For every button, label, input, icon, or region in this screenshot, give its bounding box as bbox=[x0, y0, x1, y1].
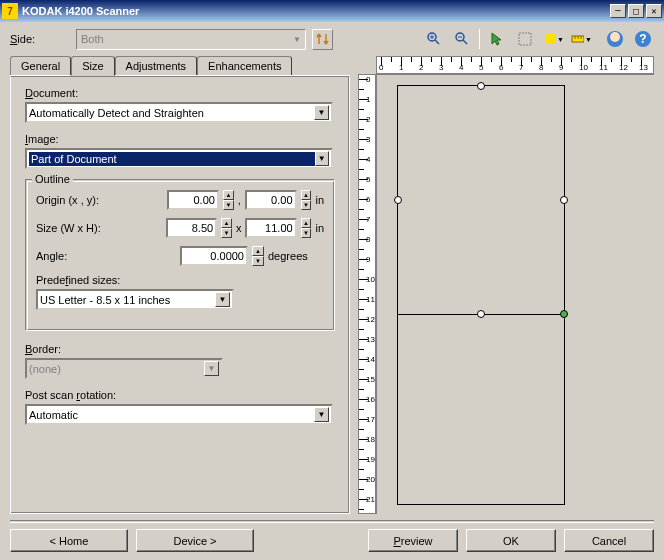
size-w-input[interactable] bbox=[166, 218, 217, 238]
size-unit: in bbox=[315, 222, 324, 234]
image-value: Part of Document bbox=[29, 152, 315, 166]
swap-icon bbox=[316, 32, 330, 46]
svg-rect-8 bbox=[545, 34, 555, 44]
help-head-icon[interactable] bbox=[604, 28, 626, 50]
select-icon[interactable] bbox=[514, 28, 536, 50]
tab-size[interactable]: Size bbox=[71, 56, 114, 76]
chevron-down-icon: ▼ bbox=[314, 407, 329, 422]
border-value: (none) bbox=[29, 363, 61, 375]
side-label: Side: bbox=[10, 33, 70, 45]
predef-value: US Letter - 8.5 x 11 inches bbox=[40, 294, 170, 306]
zoom-out-icon[interactable] bbox=[451, 28, 473, 50]
side-value: Both bbox=[81, 33, 104, 45]
border-label: Border: bbox=[25, 343, 335, 355]
document-label: Document: bbox=[25, 87, 335, 99]
svg-line-1 bbox=[435, 40, 439, 44]
origin-label: Origin (x , y): bbox=[36, 194, 163, 206]
side-swap-button[interactable] bbox=[312, 29, 333, 50]
outline-legend: Outline bbox=[32, 173, 73, 185]
origin-y-input[interactable] bbox=[245, 190, 297, 210]
comma: , bbox=[238, 194, 241, 206]
tab-adjustments[interactable]: Adjustments bbox=[115, 56, 198, 75]
window-title: KODAK i4200 Scanner bbox=[22, 5, 610, 17]
handle-corner[interactable] bbox=[560, 310, 568, 318]
separator bbox=[479, 29, 480, 49]
ok-button[interactable]: OK bbox=[466, 529, 556, 552]
angle-spinner[interactable]: ▲▼ bbox=[252, 246, 264, 266]
size-h-input[interactable] bbox=[245, 218, 296, 238]
svg-text:?: ? bbox=[639, 32, 646, 46]
angle-label: Angle: bbox=[36, 250, 176, 262]
origin-y-spinner[interactable]: ▲▼ bbox=[301, 190, 312, 210]
part-document-rect[interactable] bbox=[397, 85, 565, 315]
origin-unit: in bbox=[315, 194, 324, 206]
handle-bottom[interactable] bbox=[477, 310, 485, 318]
tab-general[interactable]: General bbox=[10, 56, 71, 75]
preview-canvas[interactable] bbox=[376, 74, 654, 514]
ruler-icon[interactable]: ▼ bbox=[570, 28, 592, 50]
ruler-vertical: 012345678910111213141516171819202122 bbox=[358, 74, 376, 514]
outline-group: Outline Origin (x , y): ▲▼ , ▲▼ in Size … bbox=[25, 179, 335, 331]
rotation-select[interactable]: Automatic ▼ bbox=[25, 404, 333, 425]
handle-top[interactable] bbox=[477, 82, 485, 90]
svg-line-5 bbox=[463, 40, 467, 44]
document-select[interactable]: Automatically Detect and Straighten ▼ bbox=[25, 102, 333, 123]
rotation-label: Post scan rotation: bbox=[25, 389, 335, 401]
app-icon: 7 bbox=[2, 3, 18, 19]
minimize-button[interactable]: ─ bbox=[610, 4, 626, 18]
chevron-down-icon: ▼ bbox=[315, 151, 329, 166]
rotation-value: Automatic bbox=[29, 409, 78, 421]
origin-x-input[interactable] bbox=[167, 190, 219, 210]
tab-enhancements[interactable]: Enhancements bbox=[197, 56, 292, 75]
size-w-spinner[interactable]: ▲▼ bbox=[221, 218, 232, 238]
angle-input[interactable] bbox=[180, 246, 248, 266]
maximize-button[interactable]: □ bbox=[628, 4, 644, 18]
preview-panel: 012345678910111213 012345678910111213141… bbox=[358, 56, 654, 514]
home-button[interactable]: < Home bbox=[10, 529, 128, 552]
image-select[interactable]: Part of Document ▼ bbox=[25, 148, 333, 169]
handle-right[interactable] bbox=[560, 196, 568, 204]
document-value: Automatically Detect and Straighten bbox=[29, 107, 204, 119]
size-label: Size (W x H): bbox=[36, 222, 162, 234]
angle-unit: degrees bbox=[268, 250, 308, 262]
border-select: (none) ▼ bbox=[25, 358, 223, 379]
origin-x-spinner[interactable]: ▲▼ bbox=[223, 190, 234, 210]
side-select: Both ▼ bbox=[76, 29, 306, 50]
zoom-in-icon[interactable] bbox=[423, 28, 445, 50]
help-question-icon[interactable]: ? bbox=[632, 28, 654, 50]
cursor-icon[interactable] bbox=[486, 28, 508, 50]
close-button[interactable]: ✕ bbox=[646, 4, 662, 18]
ruler-horizontal: 012345678910111213 bbox=[376, 56, 654, 74]
device-button[interactable]: Device > bbox=[136, 529, 254, 552]
preview-button[interactable]: Preview bbox=[368, 529, 458, 552]
chevron-down-icon: ▼ bbox=[204, 361, 219, 376]
svg-rect-7 bbox=[519, 33, 531, 45]
handle-left[interactable] bbox=[394, 196, 402, 204]
image-label: Image: bbox=[25, 133, 335, 145]
size-h-spinner[interactable]: ▲▼ bbox=[301, 218, 312, 238]
cancel-button[interactable]: Cancel bbox=[564, 529, 654, 552]
predef-select[interactable]: US Letter - 8.5 x 11 inches ▼ bbox=[36, 289, 234, 310]
chevron-down-icon: ▼ bbox=[215, 292, 230, 307]
x-label: x bbox=[236, 222, 242, 234]
svg-point-14 bbox=[610, 32, 620, 42]
highlight-icon[interactable]: ▼ bbox=[542, 28, 564, 50]
predef-label: Predefined sizes: bbox=[36, 274, 324, 286]
chevron-down-icon: ▼ bbox=[314, 105, 329, 120]
